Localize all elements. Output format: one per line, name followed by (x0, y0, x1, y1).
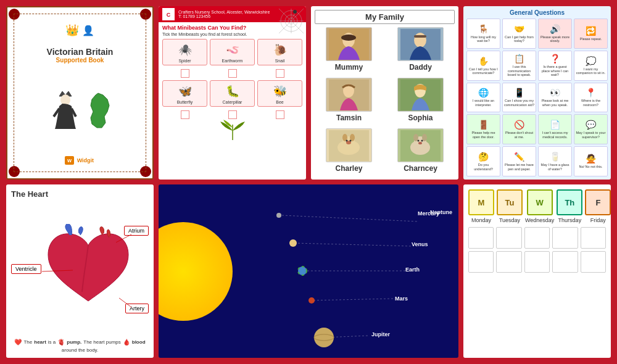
questions-card: General Questions 🪑 How long will my wai… (463, 6, 611, 180)
earthworm-checkbox[interactable] (228, 69, 237, 78)
monday-icon-box: M (468, 189, 494, 215)
widgit-logo: w Widgit (65, 157, 95, 163)
companion-text: I want my companion to sit in. (576, 67, 606, 75)
minibeast-caterpillar: 🐛 Caterpillar (210, 80, 255, 107)
empty-fri-1 (581, 227, 606, 249)
butterfly-icon: 🦋 (165, 83, 205, 100)
butterfly-checkbox-container[interactable] (162, 109, 207, 119)
question-records: 📄 I can't access my medical records. (538, 114, 572, 144)
spider-checkbox-container[interactable] (162, 68, 207, 78)
heart-diagram: Atrium Ventricle Artery (11, 221, 149, 316)
snail-checkbox-container[interactable] (257, 68, 302, 78)
tamsin-photo (326, 78, 372, 112)
empty-mon-1 (468, 227, 494, 249)
spider-web (279, 9, 304, 33)
tamsin-name: Tamsin (336, 114, 362, 122)
svg-point-53 (276, 213, 281, 218)
minibeast-butterfly: 🦋 Butterfly (162, 80, 207, 107)
question-door: 🚪 Please help me open the door. (466, 114, 500, 144)
supervisor-icon: 💬 (586, 120, 596, 130)
svg-point-54 (289, 239, 297, 247)
day-monday: M Monday (468, 189, 494, 223)
water-text: May I have a glass of water? (540, 163, 570, 171)
ventricle-label: Ventricle (11, 264, 41, 274)
supervisor-text: May I speak to your supervisor? (576, 131, 606, 139)
day-tuesday: Tu Tuesday (497, 189, 523, 223)
svg-line-14 (291, 14, 295, 19)
earthworm-name: Earthworm (212, 59, 252, 63)
snail-checkbox[interactable] (276, 69, 284, 78)
friday-abbr: F (595, 198, 600, 207)
empty-thu-1 (552, 227, 578, 249)
question-show: 📱 Can I show you my communication aid? (502, 83, 536, 113)
records-text: I can't access my medical records. (540, 131, 570, 139)
svg-text:C: C (167, 12, 171, 18)
question-look: 👀 Please look at me when you speak. (538, 83, 572, 113)
main-container: 👑 👤 Victorian Britain Supported Book (0, 0, 617, 364)
caterpillar-icon: 🐛 (212, 83, 252, 100)
corner-tl (9, 9, 20, 20)
mars-label: Mars (395, 296, 408, 302)
show-text: Can I show you my communication aid? (504, 99, 534, 107)
school-info: Crafters Nursery School, Alcester, Warwi… (178, 10, 270, 19)
caterpillar-checkbox[interactable] (228, 110, 237, 119)
sophia-photo (397, 78, 444, 112)
butterfly-name: Butterfly (165, 100, 205, 104)
school-logo: C (162, 8, 175, 20)
family-card: My Family Mummy (311, 6, 458, 180)
daddy-photo (397, 27, 444, 61)
earthworm-checkbox-container[interactable] (210, 68, 255, 78)
bee-checkbox-container[interactable] (257, 109, 302, 119)
empty-row-1 (468, 227, 606, 249)
snail-icon: 🐌 (260, 41, 300, 59)
thursday-icon-box: Th (557, 189, 582, 215)
caption-blood-icon: 🩸 (123, 339, 130, 345)
quiet-text: Is there a guest place where I can wait? (540, 65, 570, 77)
victorian-illustration (12, 64, 147, 157)
butterfly-checkbox[interactable] (181, 110, 189, 119)
atrium-label: Atrium (124, 226, 149, 236)
svg-line-45 (282, 215, 418, 221)
charley-photo (326, 128, 372, 162)
family-member-charncey: Charncey (386, 128, 455, 176)
charley-name: Charley (335, 164, 362, 173)
records-icon: 📄 (550, 120, 560, 130)
svg-point-33 (350, 139, 352, 141)
help-text: Can I get help from today? (504, 35, 534, 43)
caption-pump-icon: 🫀 (57, 339, 65, 345)
bee-checkbox[interactable] (276, 110, 284, 119)
no-text: No/ No not this. (579, 165, 603, 169)
shout-icon: 🚫 (514, 120, 524, 130)
caterpillar-name: Caterpillar (212, 100, 252, 104)
bee-icon: 🐝 (260, 83, 300, 100)
empty-tue-1 (496, 227, 521, 249)
heart-title: The Heart (11, 189, 149, 199)
board-text: I use this communication board to speak. (504, 65, 534, 77)
widgit-w: w (65, 156, 74, 165)
tuesday-name: Tuesday (499, 217, 520, 223)
question-shout: 🚫 Please don't shout at me. (502, 114, 536, 144)
spider-name: Spider (165, 59, 205, 63)
interpreter-text: I would like an interpreter. (468, 99, 499, 107)
question-water: 🥛 May I have a glass of water? (538, 146, 572, 176)
repeat-text: Please repeat. (580, 37, 602, 41)
spider-checkbox[interactable] (181, 69, 189, 78)
plant-illustration (162, 122, 302, 140)
victorian-title: Victorian Britain (47, 47, 114, 57)
svg-line-46 (294, 243, 412, 246)
pen-icon: ✏️ (514, 152, 524, 162)
svg-point-18 (341, 35, 356, 41)
empty-fri-2 (581, 251, 606, 273)
monday-name: Monday (471, 217, 491, 223)
help-icon: 🤝 (514, 24, 524, 34)
family-member-mummy: Mummy (315, 27, 383, 75)
mummy-name: Mummy (335, 63, 363, 72)
look-text: Please look at me when you speak. (540, 99, 570, 107)
family-member-daddy: Daddy (386, 27, 455, 75)
heart-caption: ❤️ The heart is a 🫀 pump. The heart pump… (11, 339, 149, 353)
empty-tue-2 (496, 251, 521, 273)
school-phone: T: 01789 123456 (178, 14, 270, 19)
caterpillar-checkbox-container[interactable] (210, 109, 255, 119)
venus-label: Venus (412, 241, 428, 247)
map-svg (86, 92, 110, 129)
